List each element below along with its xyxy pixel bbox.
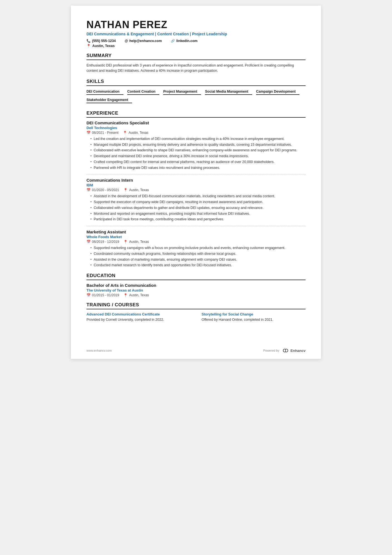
calendar-icon: 📅 bbox=[86, 293, 91, 297]
bullet-item: Supported the execution of company-wide … bbox=[90, 199, 306, 205]
footer-brand: Powered by Enhancv bbox=[263, 348, 306, 353]
job-location: 📍 Austin, Texas bbox=[123, 240, 149, 244]
bullet-item: Participated in DEI task force meetings,… bbox=[90, 217, 306, 222]
skills-grid: DEI CommunicationContent CreationProject… bbox=[86, 89, 306, 105]
powered-by-text: Powered by bbox=[263, 349, 279, 352]
bullet-item: Conducted market research to identify tr… bbox=[90, 263, 306, 268]
location-pin-icon: 📍 bbox=[86, 44, 91, 48]
phone-icon: 📞 bbox=[86, 39, 91, 43]
enhancv-brand-name: Enhancv bbox=[291, 349, 306, 353]
email-icon: @ bbox=[125, 39, 128, 43]
bullet-item: Supported marketing campaigns with a foc… bbox=[90, 245, 306, 251]
training-item-title: Advanced DEI Communications Certificate bbox=[86, 312, 190, 316]
resume-page: NATHAN PEREZ DEI Communications & Engage… bbox=[71, 6, 321, 359]
edu-degree: Bachelor of Arts in Communication bbox=[86, 283, 306, 288]
job-dates: 📅 06/2019 - 12/2019 bbox=[86, 240, 119, 244]
edu-location: 📍 Austin, Texas bbox=[123, 293, 149, 297]
skill-item: Content Creation bbox=[127, 89, 159, 95]
bullet-item: Crafted compelling DEI content for inter… bbox=[90, 159, 306, 165]
job-title: Communications Intern bbox=[86, 178, 306, 182]
linkedin-contact: 🔗 linkedin.com bbox=[171, 39, 197, 43]
job-dates: 📅 06/2021 - Present bbox=[86, 131, 118, 135]
location-text: Austin, Texas bbox=[92, 44, 115, 48]
company-name: Dell Technologies bbox=[86, 126, 306, 130]
phone-number: (555) 555-1234 bbox=[92, 39, 116, 43]
header-section: NATHAN PEREZ DEI Communications & Engage… bbox=[86, 19, 306, 48]
experience-entry: Communications Intern IBM 📅 01/2020 - 05… bbox=[86, 178, 306, 222]
training-item-desc: Provided by Cornell University, complete… bbox=[86, 317, 190, 322]
linkedin-url: linkedin.com bbox=[176, 39, 197, 43]
page-footer: www.enhancv.com Powered by Enhancv bbox=[86, 348, 306, 353]
location-icon: 📍 bbox=[123, 240, 128, 244]
training-grid: Advanced DEI Communications Certificate … bbox=[86, 312, 306, 322]
location-icon: 📍 bbox=[123, 131, 127, 135]
bullet-item: Developed and maintained DEI online pres… bbox=[90, 154, 306, 159]
summary-title: SUMMARY bbox=[86, 53, 306, 60]
education-title: EDUCATION bbox=[86, 273, 306, 280]
location-icon: 📍 bbox=[123, 188, 128, 192]
enhancv-logo-icon bbox=[282, 348, 289, 353]
bullet-item: Led the creation and implementation of D… bbox=[90, 136, 306, 142]
experience-title: EXPERIENCE bbox=[86, 110, 306, 118]
training-entry: Storytelling for Social Change Offered b… bbox=[202, 312, 306, 322]
skill-item: Project Management bbox=[163, 89, 201, 95]
experience-divider bbox=[86, 226, 306, 226]
job-meta: 📅 01/2020 - 05/2021 📍 Austin, Texas bbox=[86, 188, 306, 192]
training-item-title: Storytelling for Social Change bbox=[202, 312, 306, 316]
location-row: 📍 Austin, Texas bbox=[86, 44, 306, 48]
job-meta: 📅 06/2021 - Present 📍 Austin, Texas bbox=[86, 131, 306, 135]
bullet-item: Monitored and reported on engagement met… bbox=[90, 211, 306, 216]
calendar-icon: 📅 bbox=[86, 240, 91, 244]
bullet-item: Managed multiple DEI projects, ensuring … bbox=[90, 142, 306, 147]
edu-dates: 📅 01/2015 - 01/2019 bbox=[86, 293, 119, 297]
bullet-item: Partnered with HR to integrate DEI value… bbox=[90, 165, 306, 171]
bullet-item: Assisted in the creation of marketing ma… bbox=[90, 257, 306, 262]
enhancv-logo: Enhancv bbox=[282, 348, 306, 353]
experience-section: EXPERIENCE DEI Communications Specialist… bbox=[86, 110, 306, 268]
calendar-icon: 📅 bbox=[86, 131, 91, 135]
summary-text: Enthusiastic DEI professional with 3 yea… bbox=[86, 63, 306, 74]
contact-row: 📞 (555) 555-1234 @ help@enhancv.com 🔗 li… bbox=[86, 39, 306, 43]
candidate-subtitle: DEI Communications & Engagement | Conten… bbox=[86, 32, 306, 36]
bullet-item: Assisted in the development of DEI-focus… bbox=[90, 194, 306, 199]
skill-item: Social Media Management bbox=[205, 89, 252, 95]
candidate-name: NATHAN PEREZ bbox=[86, 19, 306, 31]
location-icon: 📍 bbox=[123, 293, 128, 297]
education-section: EDUCATION Bachelor of Arts in Communicat… bbox=[86, 273, 306, 297]
experience-divider bbox=[86, 174, 306, 174]
skill-item: DEI Communication bbox=[86, 89, 123, 95]
job-location: 📍 Austin, Texas bbox=[123, 131, 148, 135]
job-bullets: Supported marketing campaigns with a foc… bbox=[86, 245, 306, 268]
education-entry: Bachelor of Arts in Communication The Un… bbox=[86, 283, 306, 297]
job-bullets: Assisted in the development of DEI-focus… bbox=[86, 194, 306, 222]
skill-item: Campaign Development bbox=[256, 89, 299, 95]
training-item-desc: Offered by Harvard Online, completed in … bbox=[202, 317, 306, 322]
summary-section: SUMMARY Enthusiastic DEI professional wi… bbox=[86, 53, 306, 74]
training-section: TRAINING / COURSES Advanced DEI Communic… bbox=[86, 302, 306, 322]
skill-item: Stakeholder Engagement bbox=[86, 97, 132, 103]
bullet-item: Collaborated with executive leadership t… bbox=[90, 148, 306, 153]
training-entry: Advanced DEI Communications Certificate … bbox=[86, 312, 190, 322]
job-bullets: Led the creation and implementation of D… bbox=[86, 136, 306, 171]
bullet-item: Coordinated community outreach programs,… bbox=[90, 251, 306, 256]
link-icon: 🔗 bbox=[171, 39, 175, 43]
email-address: help@enhancv.com bbox=[129, 39, 162, 43]
job-dates: 📅 01/2020 - 05/2021 bbox=[86, 188, 119, 192]
experience-entry: DEI Communications Specialist Dell Techn… bbox=[86, 120, 306, 171]
company-name: Whole Foods Market bbox=[86, 235, 306, 239]
job-meta: 📅 06/2019 - 12/2019 📍 Austin, Texas bbox=[86, 240, 306, 244]
edu-meta: 📅 01/2015 - 01/2019 📍 Austin, Texas bbox=[86, 293, 306, 297]
email-contact: @ help@enhancv.com bbox=[125, 39, 162, 43]
bullet-item: Collaborated with various departments to… bbox=[90, 205, 306, 211]
skills-section: SKILLS DEI CommunicationContent Creation… bbox=[86, 79, 306, 105]
experience-entry: Marketing Assistant Whole Foods Market 📅… bbox=[86, 230, 306, 268]
footer-website: www.enhancv.com bbox=[86, 349, 112, 352]
calendar-icon: 📅 bbox=[86, 188, 91, 192]
job-title: DEI Communications Specialist bbox=[86, 120, 306, 125]
company-name: IBM bbox=[86, 183, 306, 187]
training-title: TRAINING / COURSES bbox=[86, 302, 306, 309]
phone-contact: 📞 (555) 555-1234 bbox=[86, 39, 116, 43]
skills-title: SKILLS bbox=[86, 79, 306, 86]
job-location: 📍 Austin, Texas bbox=[123, 188, 149, 192]
edu-school: The University of Texas at Austin bbox=[86, 288, 306, 292]
